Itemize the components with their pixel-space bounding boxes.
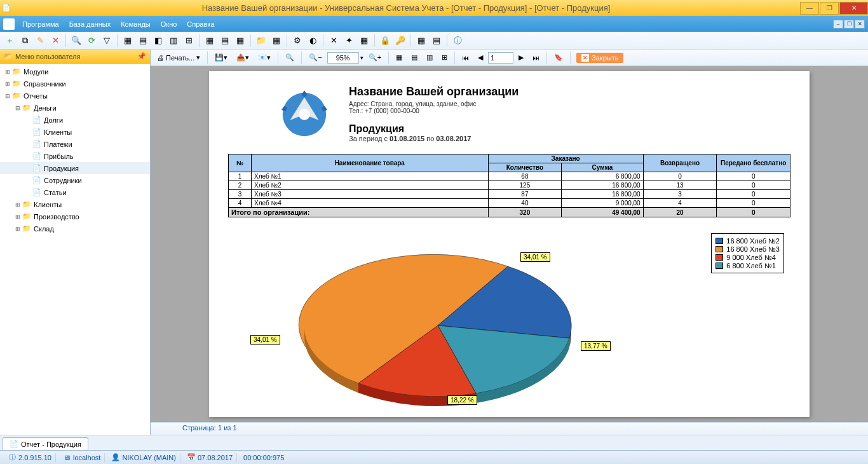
report-address: Адрес: Страна, город, улица, здание, офи… (349, 100, 519, 107)
status-bar: ⓘ2.0.915.10 🖥localhost 👤NIKOLAY (MAIN) 📅… (0, 450, 868, 464)
tree-node[interactable]: 📄Статьи (0, 186, 150, 198)
window-title: Название Вашей организации - Универсальн… (13, 3, 799, 13)
pie-label-1: 34,01 % (520, 252, 550, 262)
report-title: Продукция (349, 123, 519, 135)
tool-icon-10[interactable]: ▦ (269, 34, 283, 48)
filter-icon[interactable]: ▽ (100, 34, 114, 48)
maximize-button[interactable]: ❐ (820, 2, 839, 15)
add-icon[interactable]: ＋ (3, 34, 17, 48)
content-area: 🖨 Печать... ▾ 💾▾ 📤▾ 📧▾ 🔍 🔍− ▾ 🔍+ ▦ ▤ ▥ ⊞… (151, 50, 868, 435)
layout-icon-3[interactable]: ▥ (423, 51, 437, 64)
menu-item[interactable]: Окно (156, 18, 182, 30)
zoom-in-icon[interactable]: 🔍+ (365, 51, 385, 64)
find-icon[interactable]: 🔍 (281, 51, 298, 64)
close-button[interactable]: ✕ (839, 2, 868, 15)
report-phone: Тел.: +7 (000) 000-00-00 (349, 107, 519, 114)
menu-item[interactable]: Команды (116, 18, 156, 30)
svg-point-1 (299, 109, 310, 120)
refresh-icon[interactable]: ⟳ (85, 34, 98, 48)
layout-icon-4[interactable]: ⊞ (438, 51, 451, 64)
title-bar: 📄 Название Вашей организации - Универсал… (0, 0, 868, 16)
document-tab[interactable]: 📄 Отчет - Продукция (3, 437, 88, 450)
menu-item[interactable]: База данных (64, 18, 116, 30)
tool-icon-1[interactable]: ▦ (121, 34, 135, 48)
page-input[interactable] (488, 52, 513, 64)
tree-node[interactable]: ⊞📁Склад (0, 222, 150, 235)
tool-icon-6[interactable]: ▦ (203, 34, 217, 48)
menu-item[interactable]: Программа (17, 18, 64, 30)
tool-icon-3[interactable]: ◧ (151, 34, 165, 48)
last-page-icon[interactable]: ⏭ (529, 51, 543, 64)
zoom-input[interactable] (327, 52, 359, 64)
tool-icon-7[interactable]: ▤ (218, 34, 232, 48)
legend-item: 16 800 Хлеб №2 (715, 237, 780, 245)
first-page-icon[interactable]: ⏮ (458, 51, 473, 64)
pin-icon[interactable]: 📌 (137, 52, 146, 60)
report-logo (273, 83, 336, 146)
export-icon[interactable]: 📤▾ (233, 51, 253, 64)
doc-icon (3, 18, 15, 30)
tool-icon-14[interactable]: ✦ (342, 34, 356, 48)
tree-node[interactable]: 📄Долги (0, 114, 150, 126)
menu-bar: ПрограммаБаза данныхКомандыОкноСправка –… (0, 16, 868, 32)
mdi-close[interactable]: ✕ (855, 20, 865, 29)
key-icon[interactable]: 🔑 (393, 34, 407, 48)
lock-icon[interactable]: 🔒 (378, 34, 392, 48)
tool-icon-17[interactable]: ▤ (430, 34, 444, 48)
send-icon[interactable]: 📧▾ (254, 51, 275, 64)
info-icon: ⓘ (8, 453, 17, 462)
layout-icon-2[interactable]: ▤ (407, 51, 421, 64)
copy-icon[interactable]: ⧉ (18, 34, 32, 48)
next-page-icon[interactable]: ▶ (515, 51, 527, 64)
user-icon: 👤 (111, 453, 120, 462)
tool-icon-5[interactable]: ⊞ (182, 34, 196, 48)
mdi-minimize[interactable]: – (833, 20, 843, 29)
tree-node[interactable]: ⊞📁Справочники (0, 78, 150, 90)
report-viewer[interactable]: Название Вашей организации Адрес: Страна… (151, 66, 868, 422)
pie-chart: 34,01 % 13,77 % 18,22 % 34,01 % 16 800 Х… (228, 233, 790, 418)
document-tabs: 📄 Отчет - Продукция (0, 435, 868, 450)
tool-icon-13[interactable]: ✕ (327, 34, 341, 48)
tool-icon-4[interactable]: ▥ (166, 34, 180, 48)
legend-item: 9 000 Хлеб №4 (715, 254, 780, 261)
zoom-out-icon[interactable]: 🔍− (305, 51, 325, 64)
close-report-button[interactable]: ✕Закрыть (576, 53, 623, 63)
edit-icon[interactable]: ✎ (33, 34, 47, 48)
tree-node[interactable]: 📄Продукция (0, 162, 150, 174)
tool-icon-12[interactable]: ◐ (306, 34, 320, 48)
minimize-button[interactable]: — (800, 2, 819, 15)
delete-icon[interactable]: ✕ (48, 34, 62, 48)
mdi-restore[interactable]: ❐ (844, 20, 854, 29)
save-icon[interactable]: 💾▾ (211, 51, 231, 64)
tree-view[interactable]: ⊞📁Модули⊞📁Справочники⊟📁Отчеты⊟📁Деньги📄До… (0, 64, 150, 435)
tree-node[interactable]: 📄Платежи (0, 138, 150, 150)
tree-node[interactable]: 📄Прибыль (0, 150, 150, 162)
tree-node[interactable]: ⊞📁Модули (0, 65, 150, 78)
report-toolbar: 🖨 Печать... ▾ 💾▾ 📤▾ 📧▾ 🔍 🔍− ▾ 🔍+ ▦ ▤ ▥ ⊞… (151, 50, 868, 66)
main-toolbar: ＋ ⧉ ✎ ✕ 🔍 ⟳ ▽ ▦ ▤ ◧ ▥ ⊞ ▦ ▤ ▦ 📁 ▦ ⚙ ◐ ✕ … (0, 32, 868, 50)
layout-icon-1[interactable]: ▦ (392, 51, 406, 64)
tool-icon-11[interactable]: ⚙ (290, 34, 304, 48)
sidebar: 📂 Меню пользователя 📌 ⊞📁Модули⊞📁Справочн… (0, 50, 151, 435)
tool-icon-16[interactable]: ▦ (414, 34, 428, 48)
search-icon[interactable]: 🔍 (69, 34, 83, 48)
page-status: Страница: 1 из 1 (151, 422, 868, 435)
prev-page-icon[interactable]: ◀ (474, 51, 487, 64)
tool-icon-9[interactable]: 📁 (254, 34, 268, 48)
menu-item[interactable]: Справка (182, 18, 219, 30)
calendar-icon: 📅 (187, 453, 196, 462)
chart-legend: 16 800 Хлеб №216 800 Хлеб №39 000 Хлеб №… (711, 233, 784, 273)
tool-icon-15[interactable]: ▦ (357, 34, 371, 48)
tree-node[interactable]: 📄Сотрудники (0, 174, 150, 186)
tree-node[interactable]: ⊟📁Отчеты (0, 90, 150, 102)
tree-node[interactable]: 📄Клиенты (0, 126, 150, 138)
print-button[interactable]: 🖨 Печать... ▾ (153, 51, 204, 64)
help-icon[interactable]: ⓘ (451, 34, 465, 48)
tool-icon-2[interactable]: ▤ (136, 34, 150, 48)
tree-node[interactable]: ⊞📁Клиенты (0, 198, 150, 210)
tree-node[interactable]: ⊞📁Производство (0, 210, 150, 222)
bookmark-icon[interactable]: 🔖 (550, 51, 567, 64)
tool-icon-8[interactable]: ▦ (233, 34, 247, 48)
tree-node[interactable]: ⊟📁Деньги (0, 102, 150, 114)
pie-label-4: 13,77 % (581, 341, 611, 351)
